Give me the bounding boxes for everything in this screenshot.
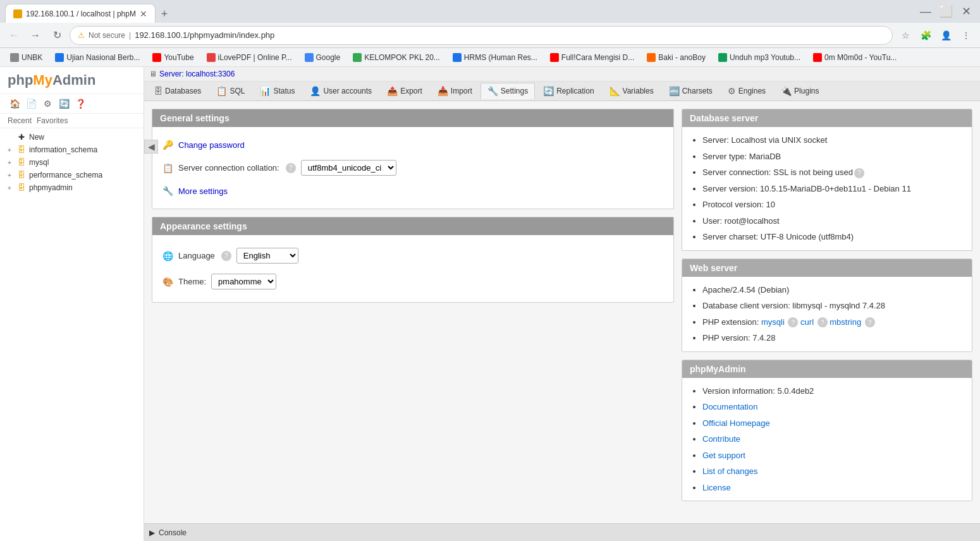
official-homepage-link[interactable]: Official Homepage: [702, 418, 770, 428]
menu-button[interactable]: ⋮: [957, 27, 975, 44]
theme-icon: 🎨: [162, 277, 173, 287]
refresh-icon[interactable]: 🔄: [57, 97, 71, 111]
recent-link[interactable]: Recent: [8, 116, 32, 125]
bookmark-label: KELOMPOK PKL 20...: [364, 53, 440, 62]
top-navigation: 🖥 Server: localhost:3306 🗄 Databases 📋 S…: [144, 67, 980, 101]
new-tab-button[interactable]: +: [156, 5, 173, 23]
tab-label: Import: [451, 87, 472, 95]
reload-button[interactable]: ↻: [48, 27, 66, 44]
bookmark-ujian[interactable]: Ujian Nasional Berb...: [50, 52, 145, 63]
list-item: Get support: [702, 447, 964, 464]
bookmark-kelompok[interactable]: KELOMPOK PKL 20...: [348, 52, 445, 63]
php-version: PHP version: 7.4.28: [702, 333, 775, 343]
tab-replication[interactable]: 🔄 Replication: [536, 83, 601, 99]
browser-tab-active[interactable]: 192.168.100.1 / localhost | phpM ✕: [5, 4, 156, 23]
web-server-header: Web server: [682, 259, 972, 277]
tab-close-button[interactable]: ✕: [140, 9, 147, 19]
mbstring-link[interactable]: mbstring: [830, 317, 861, 327]
forward-button[interactable]: →: [27, 27, 44, 44]
console-label: Console: [159, 528, 187, 537]
theme-select[interactable]: pmahomme original metro: [211, 274, 276, 289]
tab-engines[interactable]: ⚙ Engines: [721, 83, 773, 99]
back-button[interactable]: ←: [5, 27, 23, 44]
apache-version: Apache/2.4.54 (Debian): [702, 285, 789, 295]
tab-plugins[interactable]: 🔌 Plugins: [774, 83, 826, 99]
password-icon: 🔑: [162, 140, 173, 150]
bookmark-google[interactable]: Google: [300, 52, 346, 63]
bookmark-ilovepdf[interactable]: iLovePDF | Online P...: [202, 52, 297, 63]
docs-icon[interactable]: 📄: [24, 97, 38, 111]
bookmark-favicon: [453, 53, 462, 62]
settings-tab-icon: 🔧: [487, 86, 498, 96]
bookmark-baki[interactable]: Baki - anoBoy: [642, 52, 711, 63]
bookmark-hrms[interactable]: HRMS (Human Res...: [448, 52, 542, 63]
change-password-link[interactable]: Change password: [178, 140, 245, 150]
ssl-info-icon[interactable]: ?: [854, 168, 864, 178]
tab-databases[interactable]: 🗄 Databases: [147, 83, 208, 99]
bookmark-unbk[interactable]: UNBK: [5, 52, 47, 63]
license-link[interactable]: License: [702, 483, 731, 492]
theme-row: 🎨 Theme: pmahomme original metro: [160, 269, 666, 295]
db-phpmyadmin[interactable]: + 🗄 phpmyadmin: [0, 181, 144, 194]
profile-button[interactable]: 👤: [937, 27, 955, 44]
collation-row: 📋 Server connection collation: ? utf8mb4…: [160, 155, 666, 181]
bookmark-cara[interactable]: Full!Cara Mengisi D...: [545, 52, 639, 63]
address-bar[interactable]: ⚠ Not secure | 192.168.100.1/phpmyadmin/…: [70, 26, 893, 45]
minimize-button[interactable]: —: [917, 3, 934, 20]
db-performance-schema[interactable]: + 🗄 performance_schema: [0, 169, 144, 181]
home-icon[interactable]: 🏠: [8, 97, 21, 111]
bookmark-favicon: [207, 53, 216, 62]
new-icon: ✚: [16, 132, 27, 142]
more-settings-link[interactable]: More settings: [178, 186, 228, 196]
tab-export[interactable]: 📤 Export: [380, 83, 429, 99]
bookmark-star-button[interactable]: ☆: [897, 27, 914, 44]
list-of-changes-link[interactable]: List of changes: [702, 466, 757, 476]
sidebar-collapse-button[interactable]: ◀: [144, 140, 158, 154]
tab-import[interactable]: 📥 Import: [431, 83, 479, 99]
db-mysql[interactable]: + 🗄 mysql: [0, 156, 144, 169]
collation-select[interactable]: utf8mb4_unicode_ci utf8_general_ci latin…: [301, 160, 396, 176]
more-settings-icon: 🔧: [162, 186, 173, 196]
get-support-link[interactable]: Get support: [702, 451, 745, 460]
expand-icon: +: [5, 145, 14, 154]
sidebar-links: Recent Favorites: [0, 114, 144, 128]
tab-settings[interactable]: 🔧 Settings: [481, 83, 535, 99]
list-item: Contribute: [702, 431, 964, 447]
tab-user-accounts[interactable]: 👤 User accounts: [303, 83, 379, 99]
db-information-schema[interactable]: + 🗄 information_schema: [0, 143, 144, 156]
tab-label: Status: [273, 87, 295, 95]
contribute-link[interactable]: Contribute: [702, 434, 740, 444]
bookmark-0m[interactable]: 0m M0m0d - YouTu...: [808, 52, 902, 63]
mysqli-info-icon[interactable]: ?: [788, 317, 798, 327]
bookmark-youtube[interactable]: YouTube: [147, 52, 199, 63]
documentation-link[interactable]: Documentation: [702, 402, 757, 411]
database-server-body: Server: Localhost via UNIX socket Server…: [682, 127, 972, 250]
language-info-icon[interactable]: ?: [221, 251, 231, 261]
mysqli-link[interactable]: mysqli: [761, 317, 785, 327]
favorites-link[interactable]: Favorites: [37, 116, 68, 125]
console-bar[interactable]: ▶ Console: [144, 523, 980, 541]
user-icon: 👤: [310, 86, 321, 96]
collation-info-icon[interactable]: ?: [286, 163, 296, 173]
curl-info-icon[interactable]: ?: [818, 317, 828, 327]
list-item: Official Homepage: [702, 415, 964, 432]
mbstring-info-icon[interactable]: ?: [865, 317, 875, 327]
tab-variables[interactable]: 📐 Variables: [603, 83, 661, 99]
extension-button[interactable]: 🧩: [917, 27, 934, 44]
language-select[interactable]: English French German Spanish Indonesian: [236, 248, 298, 264]
tab-sql[interactable]: 📋 SQL: [209, 83, 252, 99]
tab-status[interactable]: 📊 Status: [253, 83, 302, 99]
bookmark-unduh[interactable]: Unduh mp3 Youtub...: [713, 52, 805, 63]
help-icon[interactable]: ❓: [73, 97, 87, 111]
tab-charsets[interactable]: 🔤 Charsets: [662, 83, 720, 99]
general-settings-body: 🔑 Change password 📋 Server connection co…: [152, 127, 673, 209]
bookmark-label: Full!Cara Mengisi D...: [561, 53, 634, 62]
server-link[interactable]: Server: localhost:3306: [159, 70, 235, 78]
maximize-button[interactable]: ⬜: [937, 3, 955, 20]
settings-icon[interactable]: ⚙: [40, 97, 54, 111]
close-button[interactable]: ✕: [957, 3, 975, 20]
tab-label: Charsets: [682, 87, 713, 95]
curl-link[interactable]: curl: [800, 317, 814, 327]
appearance-settings-header: Appearance settings: [152, 217, 673, 235]
new-database-item[interactable]: ✚ New: [0, 131, 144, 143]
